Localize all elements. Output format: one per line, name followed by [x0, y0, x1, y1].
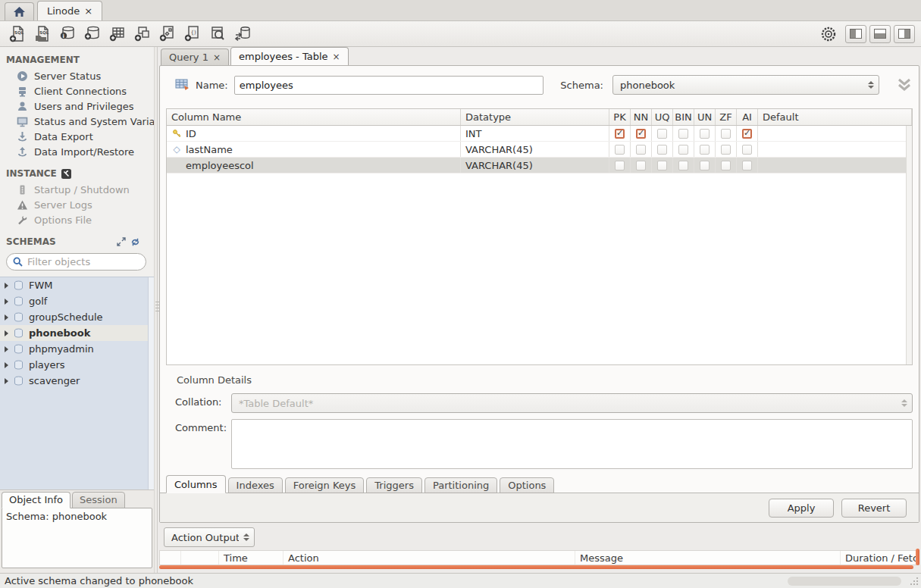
- open-sql-script-icon[interactable]: SQL: [31, 23, 54, 45]
- col-header-zf[interactable]: ZF: [716, 109, 737, 125]
- schema-item-golf[interactable]: golf: [0, 293, 154, 309]
- expander-icon[interactable]: [5, 378, 8, 384]
- schema-item-groupschedule[interactable]: groupSchedule: [0, 309, 154, 325]
- sidebar-item-server-logs[interactable]: Server Logs: [0, 197, 154, 212]
- uq-checkbox[interactable]: [657, 145, 667, 155]
- search-table-data-icon[interactable]: [206, 23, 229, 45]
- resize-grip[interactable]: [909, 576, 919, 586]
- pk-checkbox[interactable]: [615, 161, 625, 170]
- uq-checkbox[interactable]: [657, 129, 667, 139]
- create-function-icon[interactable]: {): [181, 23, 204, 45]
- expand-schemas-icon[interactable]: [117, 237, 126, 246]
- reconnect-dbms-icon[interactable]: [231, 23, 254, 45]
- create-table-icon[interactable]: [106, 23, 129, 45]
- col-header-default[interactable]: Default: [758, 109, 912, 125]
- sidebar-item-data-import[interactable]: Data Import/Restore: [0, 144, 154, 159]
- tab-indexes[interactable]: Indexes: [228, 477, 283, 493]
- tab-session[interactable]: Session: [72, 492, 125, 508]
- output-vertical-scrollbar[interactable]: [916, 549, 919, 565]
- output-col-time[interactable]: Time: [219, 551, 284, 565]
- schema-item-fwm[interactable]: FWM: [0, 277, 154, 293]
- output-col-action[interactable]: Action: [284, 551, 575, 565]
- connection-tab[interactable]: Linode ×: [37, 1, 102, 20]
- tab-triggers[interactable]: Triggers: [366, 477, 422, 493]
- col-header-uq[interactable]: UQ: [652, 109, 673, 125]
- sidebar-item-startup-shutdown[interactable]: Startup / Shutdown: [0, 182, 154, 197]
- sidebar-item-server-status[interactable]: Server Status: [0, 68, 154, 83]
- output-horizontal-scrollbar[interactable]: [159, 565, 913, 569]
- collapse-header-icon[interactable]: [896, 78, 913, 92]
- sidebar-item-options-file[interactable]: Options File: [0, 212, 154, 227]
- grid-scrollbar[interactable]: [906, 126, 912, 364]
- table-name-input[interactable]: [234, 76, 544, 95]
- sidebar-item-users-privileges[interactable]: Users and Privileges: [0, 99, 154, 114]
- column-default[interactable]: [758, 142, 912, 157]
- sidebar-item-data-export[interactable]: Data Export: [0, 129, 154, 144]
- col-header-bin[interactable]: BIN: [673, 109, 694, 125]
- column-default[interactable]: [758, 158, 912, 173]
- table-row[interactable]: ◇ lastName VARCHAR(45): [167, 142, 912, 158]
- refresh-schemas-icon[interactable]: [130, 237, 140, 247]
- tab-columns[interactable]: Columns: [166, 475, 226, 493]
- col-header-un[interactable]: UN: [694, 109, 716, 125]
- sidebar-splitter[interactable]: [154, 47, 158, 573]
- schema-filter-input[interactable]: [27, 256, 156, 267]
- close-icon[interactable]: ×: [333, 52, 340, 62]
- toggle-secondary-sidebar-button[interactable]: [894, 25, 915, 43]
- close-icon[interactable]: ×: [213, 52, 221, 63]
- table-row[interactable]: employeescol VARCHAR(45): [167, 158, 912, 174]
- home-tab[interactable]: [5, 2, 34, 20]
- schema-select[interactable]: phonebook: [612, 75, 879, 95]
- tab-object-info[interactable]: Object Info: [2, 492, 70, 508]
- sidebar-item-client-connections[interactable]: Client Connections: [0, 83, 154, 99]
- schema-item-scavenger[interactable]: scavenger: [0, 373, 154, 389]
- statusbar-scrollbar[interactable]: [788, 577, 901, 586]
- nn-checkbox[interactable]: [636, 145, 646, 155]
- tab-query-1[interactable]: Query 1 ×: [161, 48, 229, 65]
- pk-checkbox[interactable]: [615, 145, 625, 155]
- un-checkbox[interactable]: [700, 145, 710, 155]
- expander-icon[interactable]: [5, 283, 8, 289]
- pk-checkbox[interactable]: [615, 129, 625, 139]
- col-header-nn[interactable]: NN: [631, 109, 652, 125]
- bin-checkbox[interactable]: [678, 145, 688, 155]
- tab-employees-table[interactable]: employees - Table ×: [230, 47, 349, 65]
- expander-icon[interactable]: [5, 314, 8, 321]
- table-inspector-icon[interactable]: i: [56, 23, 79, 45]
- zf-checkbox[interactable]: [721, 129, 731, 139]
- zf-checkbox[interactable]: [721, 161, 731, 170]
- col-header-name[interactable]: Column Name: [167, 109, 461, 125]
- schema-item-phonebook[interactable]: phonebook: [0, 325, 154, 341]
- col-header-ai[interactable]: AI: [737, 109, 758, 125]
- bin-checkbox[interactable]: [678, 129, 688, 139]
- schema-item-phpmyadmin[interactable]: phpmyadmin: [0, 341, 154, 357]
- output-col-message[interactable]: Message: [575, 551, 841, 565]
- create-schema-icon[interactable]: [81, 23, 104, 45]
- tab-foreign-keys[interactable]: Foreign Keys: [285, 477, 365, 493]
- expander-icon[interactable]: [5, 346, 8, 352]
- toggle-sidebar-button[interactable]: [845, 25, 866, 43]
- output-col-index[interactable]: [181, 551, 219, 565]
- toggle-output-button[interactable]: [869, 25, 891, 43]
- new-sql-tab-icon[interactable]: SQL: [6, 23, 29, 45]
- grid-empty-area[interactable]: [167, 174, 912, 364]
- bin-checkbox[interactable]: [678, 161, 688, 170]
- zf-checkbox[interactable]: [721, 145, 731, 155]
- output-type-select[interactable]: Action Output: [164, 527, 255, 547]
- schema-item-players[interactable]: players: [0, 357, 154, 373]
- apply-button[interactable]: Apply: [769, 499, 834, 518]
- column-default[interactable]: [758, 126, 912, 141]
- close-icon[interactable]: ×: [84, 5, 92, 17]
- ai-checkbox[interactable]: [742, 161, 752, 170]
- nn-checkbox[interactable]: [636, 129, 646, 139]
- tab-options[interactable]: Options: [500, 477, 554, 493]
- ai-checkbox[interactable]: [742, 129, 752, 139]
- col-header-pk[interactable]: PK: [609, 109, 631, 125]
- revert-button[interactable]: Revert: [841, 499, 907, 518]
- expander-icon[interactable]: [5, 330, 8, 336]
- comment-textarea[interactable]: [231, 419, 913, 469]
- sidebar-item-system-variables[interactable]: Status and System Variables: [0, 114, 154, 129]
- output-col-duration[interactable]: Duration / Fetch: [841, 551, 919, 565]
- create-view-icon[interactable]: [131, 23, 154, 45]
- un-checkbox[interactable]: [700, 161, 710, 170]
